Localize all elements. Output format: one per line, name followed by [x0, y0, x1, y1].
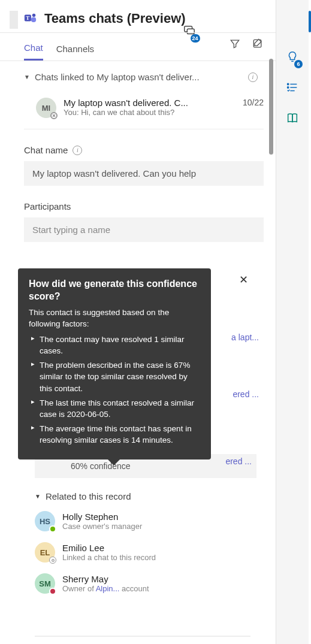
info-icon[interactable]: i	[248, 72, 258, 82]
related-person[interactable]: HS Holly Stephen Case owner's manager	[35, 511, 256, 531]
chat-item-preview: You: Hi, can we chat about this?	[64, 108, 232, 117]
rail-accent	[309, 11, 311, 32]
avatar-initials: MI	[42, 104, 50, 113]
linked-chats-label: Chats linked to My laptop wasn't deliver…	[35, 72, 243, 82]
confidence-tooltip: How did we generate this confidence scor…	[18, 268, 211, 459]
tooltip-title: How did we generate this confidence scor…	[29, 278, 200, 303]
presence-offline-icon	[49, 557, 56, 564]
person-avatar: HS	[35, 511, 55, 531]
scrollbar-thumb[interactable]	[269, 59, 273, 155]
info-icon[interactable]: i	[73, 146, 82, 155]
filter-icon[interactable]	[229, 38, 241, 50]
ideas-badge: 6	[294, 60, 303, 68]
presence-available-icon	[49, 525, 56, 533]
chat-item-date: 10/22	[243, 98, 264, 107]
rail-knowledge-icon[interactable]	[286, 111, 299, 126]
tooltip-bullet: The contact may have resolved 1 similar …	[31, 334, 200, 357]
close-icon[interactable]: ✕	[239, 272, 248, 288]
tooltip-subtitle: This contact is suggested based on the f…	[29, 307, 200, 330]
suggestion-link-2[interactable]: ered ...	[233, 389, 259, 399]
related-person[interactable]: SM Sherry May Owner of Alpin... account	[35, 573, 256, 594]
related-header[interactable]: ▼ Related to this record	[35, 491, 256, 501]
side-rail: 6	[276, 0, 309, 644]
person-avatar: SM	[35, 573, 55, 594]
content-area: ▼ Chats linked to My laptop wasn't deliv…	[0, 61, 276, 242]
main-panel: T Teams chats (Preview) 24 Chat Channels…	[0, 0, 276, 644]
participants-label: Participants	[24, 201, 264, 211]
person-role: Owner of Alpin... account	[62, 584, 149, 593]
presence-offline-icon	[50, 112, 58, 119]
person-name: Emilio Lee	[62, 543, 156, 553]
suggestion-link-3[interactable]: ered ...	[225, 456, 252, 466]
chat-name-label: Chat name i	[24, 145, 264, 155]
chat-avatar: MI	[36, 98, 56, 118]
tabs-bar: Chat Channels	[0, 32, 276, 61]
person-name: Sherry May	[62, 574, 149, 584]
collapse-triangle-icon: ▼	[35, 493, 41, 500]
tooltip-bullet: The problem described in the case is 67%…	[31, 359, 200, 395]
rail-list-icon[interactable]	[286, 81, 299, 96]
tab-chat[interactable]: Chat	[24, 37, 43, 61]
confidence-label: 60% confidence	[71, 461, 131, 471]
person-role: Linked a chat to this record	[62, 553, 156, 562]
panel-title: Teams chats (Preview)	[44, 11, 186, 26]
tab-channels[interactable]: Channels	[56, 38, 94, 60]
person-name: Holly Stephen	[62, 512, 142, 522]
person-avatar: EL	[35, 542, 55, 563]
svg-point-9	[288, 87, 289, 88]
svg-point-8	[288, 83, 289, 84]
related-person[interactable]: EL Emilio Lee Linked a chat to this reco…	[35, 542, 256, 563]
teams-logo-icon: T	[24, 12, 37, 25]
related-section: ▼ Related to this record HS Holly Stephe…	[35, 491, 256, 604]
panel-header: T Teams chats (Preview) 24	[0, 0, 276, 32]
tooltip-bullet: The average time this contact has spent …	[31, 423, 200, 446]
suggestion-link-1[interactable]: a lapt...	[231, 332, 259, 342]
svg-rect-3	[31, 17, 36, 22]
chat-list-item[interactable]: MI My laptop wasn't delivered. C... You:…	[24, 94, 264, 129]
compose-icon[interactable]	[252, 38, 264, 50]
collapse-triangle-icon: ▼	[24, 74, 30, 80]
account-link[interactable]: Alpin...	[96, 584, 120, 593]
tooltip-bullet: The last time this contact resolved a si…	[31, 397, 200, 421]
related-header-label: Related to this record	[46, 491, 131, 501]
linked-chats-header[interactable]: ▼ Chats linked to My laptop wasn't deliv…	[24, 72, 264, 82]
presence-busy-icon	[49, 588, 56, 595]
tooltip-bullet-list: The contact may have resolved 1 similar …	[29, 334, 200, 446]
participants-input[interactable]	[24, 217, 264, 242]
divider	[35, 636, 250, 637]
person-role: Case owner's manager	[62, 522, 142, 531]
svg-text:T: T	[26, 15, 29, 21]
rail-ideas-icon[interactable]: 6	[286, 50, 299, 65]
svg-point-2	[32, 14, 36, 17]
chat-name-input[interactable]	[24, 161, 264, 186]
chat-item-title: My laptop wasn't delivered. C...	[64, 98, 232, 108]
